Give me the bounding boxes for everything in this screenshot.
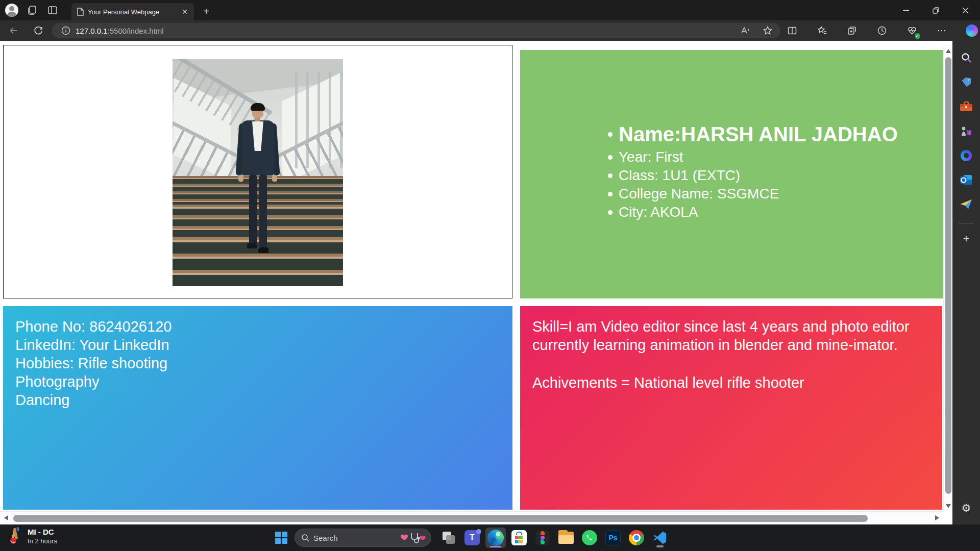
- search-input[interactable]: [313, 534, 385, 542]
- widget-match-subtitle: In 2 hours: [28, 537, 57, 545]
- achievements-line: Achivements = National level rifle shoot…: [532, 373, 930, 392]
- sidebar-outlook-icon[interactable]: [957, 171, 975, 189]
- teams-icon: T: [464, 530, 480, 545]
- essentials-ok-badge: ✓: [915, 33, 920, 39]
- url-text[interactable]: 127.0.0.1:5500/index.html: [76, 27, 164, 35]
- workspaces-icon[interactable]: [27, 5, 38, 16]
- edge-button[interactable]: [485, 528, 506, 548]
- windows-taskbar: MI - DC In 2 hours: [0, 524, 980, 551]
- chrome-button[interactable]: [626, 528, 647, 548]
- history-icon[interactable]: [874, 23, 890, 38]
- horizontal-scroll-thumb[interactable]: [13, 515, 868, 522]
- widgets-button[interactable]: MI - DC In 2 hours: [6, 527, 57, 545]
- contact-linkedin: LinkedIn: Your LinkedIn: [15, 336, 500, 354]
- edge-active-indicator: [490, 546, 501, 547]
- scroll-up-arrow[interactable]: [946, 49, 951, 53]
- figma-icon: [535, 531, 550, 545]
- scroll-left-arrow[interactable]: [4, 515, 8, 520]
- profile-city: City: AKOLA: [619, 203, 698, 221]
- vertical-tabs-icon[interactable]: [47, 5, 58, 16]
- webpage-viewport: Name:HARSH ANIL JADHAO Year: First Class…: [0, 41, 952, 524]
- collections-icon[interactable]: [844, 23, 860, 38]
- restore-button[interactable]: [921, 0, 950, 20]
- sidebar-drop-icon[interactable]: [957, 195, 975, 214]
- list-bullet: [608, 173, 612, 178]
- sidebar-divider: [959, 223, 974, 223]
- browser-titlebar: Your Personal Webpage ✕ +: [0, 0, 980, 20]
- sidebar-tools-icon[interactable]: [957, 97, 975, 116]
- microsoft-store-button[interactable]: [509, 528, 529, 548]
- split-screen-icon[interactable]: [785, 23, 800, 38]
- favorite-star-icon[interactable]: [762, 25, 773, 36]
- site-info-icon[interactable]: [60, 25, 71, 36]
- task-view-button[interactable]: [438, 528, 459, 548]
- whatsapp-icon: [582, 530, 597, 545]
- photo-card: [3, 45, 512, 298]
- sidebar-search-icon[interactable]: [957, 48, 975, 67]
- profile-name: Name:HARSH ANIL JADHAO: [619, 122, 898, 146]
- edge-browser-window: Your Personal Webpage ✕ +: [0, 0, 980, 551]
- skills-card: Skill=I am Video editor since last 4 yea…: [520, 306, 942, 510]
- teams-button[interactable]: T: [462, 528, 482, 548]
- scroll-right-arrow[interactable]: [935, 515, 939, 520]
- close-button[interactable]: [950, 0, 980, 20]
- list-bullet: [608, 210, 612, 215]
- address-bar[interactable]: 127.0.0.1:5500/index.html: [52, 23, 780, 38]
- photoshop-button[interactable]: Ps: [603, 528, 623, 548]
- tab-your-personal-webpage[interactable]: Your Personal Webpage ✕: [71, 3, 194, 20]
- search-icon: [301, 534, 309, 542]
- profile-year: Year: First: [619, 148, 683, 166]
- horizontal-scrollbar[interactable]: [0, 511, 943, 524]
- health-day-doodle-icon: [400, 532, 427, 544]
- refresh-button[interactable]: [33, 25, 44, 36]
- list-bullet: [608, 132, 612, 137]
- read-aloud-icon[interactable]: [740, 25, 751, 36]
- sidebar-add-icon[interactable]: +: [957, 230, 975, 248]
- settings-more-icon[interactable]: ⋯: [934, 23, 949, 38]
- sidebar-games-icon[interactable]: [957, 122, 975, 140]
- photo-person: [235, 103, 281, 259]
- favorites-icon[interactable]: [815, 23, 830, 38]
- scroll-down-arrow[interactable]: [946, 504, 951, 508]
- microsoft-store-icon: [511, 530, 527, 545]
- profile-city-item: City: AKOLA: [608, 203, 928, 221]
- contact-card: Phone No: 8624026120 LinkedIn: Your Link…: [3, 306, 512, 510]
- profile-class: Class: 1U1 (EXTC): [619, 166, 740, 185]
- vscode-running-indicator: [656, 545, 664, 547]
- sidebar-microsoft365-icon[interactable]: [957, 146, 975, 165]
- window-controls: [891, 0, 980, 20]
- tab-close-icon[interactable]: ✕: [180, 7, 190, 17]
- taskbar-search[interactable]: [295, 529, 431, 547]
- back-button[interactable]: [8, 25, 19, 36]
- whatsapp-button[interactable]: [579, 528, 600, 548]
- sidebar-shopping-icon[interactable]: [957, 73, 975, 91]
- minimize-button[interactable]: [891, 0, 921, 20]
- sidebar-settings-icon[interactable]: ⚙: [957, 499, 975, 517]
- profile-college-item: College Name: SSGMCE: [608, 185, 928, 203]
- page-icon: [77, 8, 84, 16]
- browser-toolbar: 127.0.0.1:5500/index.html: [0, 20, 980, 41]
- contact-phone: Phone No: 8624026120: [15, 317, 500, 336]
- url-path: :5500/index.html: [108, 27, 164, 35]
- figma-button[interactable]: [532, 528, 553, 548]
- cricket-widget-icon: [6, 527, 23, 545]
- start-button[interactable]: [271, 528, 291, 548]
- vertical-scroll-thumb[interactable]: [945, 57, 951, 494]
- profile-avatar[interactable]: [5, 4, 18, 17]
- new-tab-button[interactable]: +: [199, 4, 213, 18]
- vertical-scrollbar[interactable]: [943, 45, 952, 511]
- widget-match-title: MI - DC: [28, 527, 57, 537]
- contact-hobby-dancing: Dancing: [15, 391, 500, 409]
- profile-year-item: Year: First: [608, 148, 928, 166]
- copilot-icon[interactable]: [964, 23, 979, 38]
- file-explorer-button[interactable]: [556, 528, 576, 548]
- tab-title: Your Personal Webpage: [88, 8, 180, 16]
- url-host: 127.0.0.1: [76, 27, 108, 35]
- vscode-button[interactable]: [650, 528, 670, 548]
- browser-essentials-icon[interactable]: ✓: [904, 23, 920, 38]
- list-bullet: [608, 155, 612, 160]
- profile-list: Name:HARSH ANIL JADHAO Year: First Class…: [520, 50, 943, 221]
- edge-sidebar: + ⚙: [952, 41, 980, 524]
- contact-hobbies: Hobbies: Rifle shooting: [15, 354, 500, 372]
- chrome-icon: [629, 530, 644, 545]
